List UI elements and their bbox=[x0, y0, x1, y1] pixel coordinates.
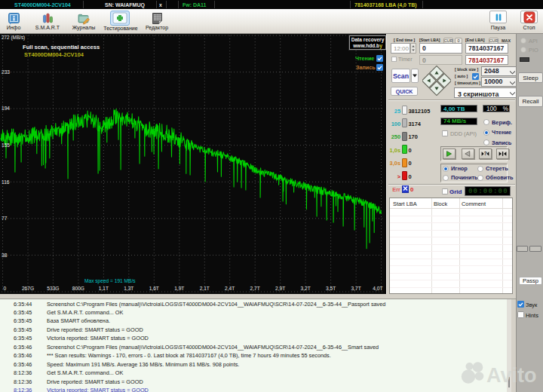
svg-text:267G: 267G bbox=[22, 286, 34, 291]
svg-text:155: 155 bbox=[2, 142, 10, 148]
svg-text:1,3T: 1,3T bbox=[124, 286, 133, 291]
svg-text:ST4000DM004-2CV104: ST4000DM004-2CV104 bbox=[24, 51, 84, 58]
svg-text:2,4T: 2,4T bbox=[225, 286, 235, 291]
svg-text:272 (MB/s): 272 (MB/s) bbox=[2, 35, 25, 41]
svg-text:3,2T: 3,2T bbox=[300, 286, 310, 291]
svg-text:1,9T: 1,9T bbox=[174, 286, 184, 291]
svg-text:2,9T: 2,9T bbox=[275, 286, 285, 291]
svg-text:800G: 800G bbox=[72, 286, 84, 291]
svg-text:Max speed = 191 MB/s: Max speed = 191 MB/s bbox=[84, 278, 136, 284]
svg-text:?: ? bbox=[484, 151, 487, 156]
svg-text:77: 77 bbox=[2, 216, 8, 221]
svg-text:3,7T: 3,7T bbox=[351, 286, 360, 291]
svg-text:533G: 533G bbox=[47, 286, 59, 291]
svg-text:1,6T: 1,6T bbox=[149, 286, 159, 291]
svg-text:Full scan, sequential access: Full scan, sequential access bbox=[23, 44, 100, 51]
svg-text:2,1T: 2,1T bbox=[200, 286, 210, 291]
svg-text:3,5T: 3,5T bbox=[326, 286, 336, 291]
svg-text:233: 233 bbox=[2, 69, 10, 75]
svg-text:38: 38 bbox=[2, 253, 8, 258]
svg-text:1,1T: 1,1T bbox=[99, 286, 109, 291]
svg-text:116: 116 bbox=[2, 179, 10, 185]
svg-text:4,0T: 4,0T bbox=[373, 286, 382, 291]
svg-text:2,7T: 2,7T bbox=[250, 286, 260, 291]
svg-text:194: 194 bbox=[2, 106, 10, 111]
svg-text:Avito: Avito bbox=[486, 364, 537, 387]
svg-text:0: 0 bbox=[4, 286, 7, 291]
